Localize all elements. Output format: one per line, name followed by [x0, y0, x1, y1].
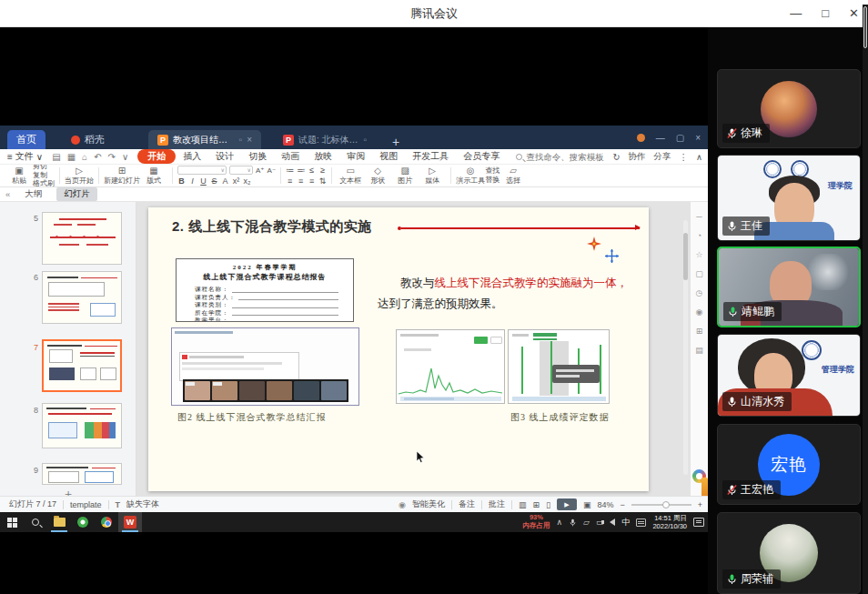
tray-network-icon[interactable]: ▱ [583, 518, 590, 527]
new-tab-button[interactable]: + [387, 135, 405, 149]
numbering-icon[interactable]: ≕ [297, 166, 305, 175]
wps-close-icon[interactable]: × [695, 133, 701, 143]
tab-home[interactable]: 开始 [137, 149, 176, 164]
taskbar-search-icon[interactable] [24, 512, 47, 532]
action-center-icon[interactable] [693, 518, 704, 527]
tab-slideshow[interactable]: 放映 [307, 149, 339, 164]
shrink-font-icon[interactable]: A⁻ [267, 166, 277, 175]
browser-colorful-icon[interactable] [95, 512, 118, 532]
preview-icon[interactable]: ⌂ [82, 152, 87, 162]
notes-button[interactable]: 备注 [459, 498, 475, 510]
zoom-in-button[interactable]: + [698, 500, 702, 509]
slide-thumbnail-8[interactable] [42, 403, 122, 448]
sidebar-scrollbar[interactable] [863, 5, 868, 594]
collapse-ribbon-icon[interactable]: ∧ [696, 152, 702, 162]
undo-icon[interactable]: ↶ [94, 152, 101, 162]
pane-tab-outline[interactable]: 大纲 [17, 187, 49, 201]
outdent-icon[interactable]: ≤ [308, 166, 316, 175]
wps-app-icon[interactable]: W [118, 512, 142, 532]
bold-button[interactable]: B [177, 176, 186, 186]
view-sorter-icon[interactable]: ⊞ [532, 500, 540, 509]
add-slide-button[interactable]: ＋ [0, 486, 136, 496]
media-button[interactable]: ▷ 媒体 [419, 166, 446, 185]
maximize-button[interactable]: □ [822, 0, 829, 27]
shape-button[interactable]: ◇ 形状 [364, 166, 391, 185]
tab-transition[interactable]: 切换 [241, 149, 274, 164]
tab-close-icon[interactable]: × [247, 135, 252, 145]
wps-restore-icon[interactable]: ▢ [676, 133, 684, 143]
align-right-icon[interactable]: ≡ [308, 176, 316, 186]
format-painter-button[interactable]: 格式刷 [33, 180, 55, 187]
zoom-slider[interactable] [631, 504, 691, 506]
select-button[interactable]: ▱ 选择 [500, 166, 527, 185]
object-icon[interactable]: ▢ [691, 269, 708, 278]
subscript-button[interactable]: x₂ [243, 176, 251, 186]
more-menu-icon[interactable]: ⋮ [680, 152, 689, 162]
play-from-page-button[interactable]: ▷ 当页开始 [65, 166, 94, 185]
indent-icon[interactable]: ≥ [318, 166, 327, 175]
align-center-icon[interactable]: ≡ [297, 176, 305, 186]
document-tab-pptx[interactable]: P 教改项目结题汇报.pptx ▫ × [148, 130, 261, 149]
redo-icon[interactable]: ↷ [108, 152, 116, 162]
pane-tab-slides[interactable]: 幻灯片 [56, 187, 97, 201]
superscript-button[interactable]: x² [232, 176, 240, 186]
touch-keyboard-icon[interactable] [636, 518, 646, 527]
beautify-button[interactable]: 智能美化 [412, 498, 445, 510]
tab-member[interactable]: 会员专享 [456, 149, 507, 164]
tab-design[interactable]: 设计 [208, 149, 241, 164]
strip-handle-icon[interactable]: ─ [691, 212, 708, 221]
tab-animation[interactable]: 动画 [274, 149, 307, 164]
fit-icon[interactable]: ▣ [583, 500, 591, 509]
copy-button[interactable]: 复制 [33, 172, 55, 180]
grow-font-icon[interactable]: A⁺ [256, 166, 265, 175]
star-icon[interactable]: ☆ [691, 250, 708, 259]
find-button[interactable]: 查找 [485, 167, 500, 176]
participant-tile-wangjia[interactable]: 理学院 王佳 [717, 155, 861, 241]
notes-icon[interactable]: ▤ [691, 346, 708, 355]
slide-canvas[interactable]: 2. 线上线下混合教学模式的实施 [136, 202, 690, 496]
tab-view[interactable]: 视图 [372, 149, 405, 164]
collapse-panel-icon[interactable]: « [5, 189, 10, 199]
underline-button[interactable]: U [199, 176, 207, 186]
layout-button[interactable]: ▦ 版式 [140, 166, 167, 185]
tab-insert[interactable]: 插入 [176, 149, 208, 164]
zoom-out-button[interactable]: − [620, 500, 624, 509]
bullets-icon[interactable]: ≔ [286, 166, 294, 175]
message-icon[interactable] [637, 134, 645, 142]
font-color-button[interactable]: A [221, 176, 229, 186]
template-label[interactable]: template [70, 500, 102, 509]
tray-volume-icon[interactable] [610, 518, 615, 526]
view-reading-icon[interactable]: ▯ [546, 500, 550, 509]
tab-devtools[interactable]: 开发工具 [405, 149, 456, 164]
props-icon[interactable]: ◔ [691, 231, 708, 240]
minimize-button[interactable]: — [790, 0, 802, 27]
strike-button[interactable]: S [210, 176, 218, 186]
tab-review[interactable]: 审阅 [339, 149, 372, 164]
view-normal-icon[interactable]: ▥ [519, 500, 527, 509]
participant-tile-zhourongfu[interactable]: 周荣辅 [717, 512, 861, 594]
missing-font-label[interactable]: 缺失字体 [126, 498, 159, 510]
zoom-level[interactable]: 84% [597, 500, 613, 509]
participant-tile-jingkunpeng[interactable]: 靖鲲鹏 [717, 247, 861, 327]
tray-mic-icon[interactable] [569, 518, 577, 528]
file-explorer-icon[interactable] [47, 512, 71, 532]
canvas-scrollbar[interactable] [683, 220, 688, 475]
tray-clock[interactable]: 14:51 周日2022/10/30 [652, 514, 687, 530]
target-icon[interactable]: ◉ [691, 307, 708, 317]
collab-button[interactable]: 协作 [629, 151, 646, 163]
cut-button[interactable]: 剪切 [33, 165, 55, 171]
paste-button[interactable]: ▣ 粘贴 [5, 166, 33, 185]
ime-indicator[interactable]: 中 [621, 517, 630, 529]
italic-button[interactable]: I [188, 176, 197, 186]
start-button[interactable] [0, 512, 24, 532]
slide-thumbnail-9[interactable] [42, 463, 122, 485]
font-size-select[interactable] [229, 166, 253, 175]
align-left-icon[interactable]: ≡ [286, 176, 294, 186]
line-spacing-icon[interactable]: ⇅ [318, 176, 327, 186]
font-name-select[interactable] [177, 166, 227, 175]
wps-minimize-icon[interactable]: — [656, 133, 665, 143]
participant-tile-shanqingshuixiu[interactable]: 管理学院 山清水秀 [717, 334, 861, 417]
file-menu[interactable]: ≡ 文件 ∨ [7, 150, 43, 163]
participant-tile-xulin[interactable]: 徐琳 [717, 69, 861, 148]
slide-thumbnail-7-current[interactable] [42, 339, 122, 392]
